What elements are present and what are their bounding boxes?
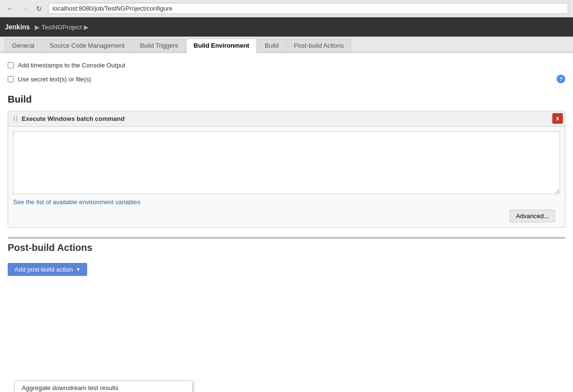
- jenkins-nav: Jenkins ▶ TestNGProject ▶: [0, 17, 573, 37]
- command-textarea[interactable]: [13, 131, 560, 194]
- build-section-title: Build: [8, 94, 565, 105]
- jenkins-logo: Jenkins: [5, 23, 30, 31]
- checkbox-timestamps[interactable]: [8, 62, 14, 68]
- checkbox-secret-label: Use secret text(s) or file(s): [18, 76, 91, 83]
- checkbox-row-secret: Use secret text(s) or file(s) ?: [8, 72, 565, 86]
- browser-chrome: ← → ↻ localhost:8080/job/TestNGProject/c…: [0, 0, 573, 17]
- advanced-button[interactable]: Advanced...: [509, 209, 555, 222]
- post-build-title: Post-build Actions: [8, 242, 565, 253]
- dropdown-menu: Aggregate downstream test results Archiv…: [14, 380, 193, 392]
- command-box-body: See the list of available environment va…: [8, 127, 565, 227]
- command-box: ⁞⁞ Execute Windows batch command x See t…: [8, 111, 565, 228]
- breadcrumb-arrow-1: ▶: [35, 24, 39, 31]
- help-icon-secret[interactable]: ?: [557, 75, 565, 83]
- breadcrumb-project[interactable]: TestNGProject: [41, 24, 82, 31]
- command-box-header: ⁞⁞ Execute Windows batch command: [8, 111, 565, 127]
- checkbox-secret[interactable]: [8, 76, 14, 82]
- breadcrumb-arrow-2: ▶: [84, 24, 89, 31]
- delete-command-button[interactable]: x: [552, 113, 563, 124]
- dropdown-arrow-icon: ▼: [76, 267, 80, 272]
- tabs-bar: General Source Code Management Build Tri…: [0, 37, 573, 53]
- back-button[interactable]: ←: [5, 3, 15, 14]
- main-content: Add timestamps to the Console Output Use…: [0, 53, 573, 392]
- forward-button[interactable]: →: [19, 3, 30, 14]
- tab-triggers[interactable]: Build Triggers: [133, 39, 185, 52]
- drag-handle-icon[interactable]: ⁞⁞: [13, 114, 18, 123]
- tab-post-build[interactable]: Post-build Actions: [287, 39, 351, 52]
- checkbox-row-timestamps: Add timestamps to the Console Output: [8, 59, 565, 72]
- tab-build-environment[interactable]: Build Environment: [186, 39, 257, 53]
- dropdown-item-aggregate[interactable]: Aggregate downstream test results: [15, 381, 192, 392]
- tab-general[interactable]: General: [5, 39, 41, 52]
- add-postbuild-button[interactable]: Add post-build action ▼: [8, 263, 87, 276]
- env-variables-link[interactable]: See the list of available environment va…: [13, 198, 140, 206]
- tab-scm[interactable]: Source Code Management: [42, 39, 131, 52]
- tab-build[interactable]: Build: [258, 39, 286, 52]
- address-bar[interactable]: localhost:8080/job/TestNGProject/configu…: [48, 3, 568, 14]
- command-box-title: Execute Windows batch command: [22, 115, 125, 122]
- checkbox-timestamps-label: Add timestamps to the Console Output: [18, 62, 125, 69]
- add-postbuild-label: Add post-build action: [14, 266, 73, 273]
- post-build-section: Post-build Actions Add post-build action…: [8, 237, 565, 276]
- reload-button[interactable]: ↻: [34, 3, 44, 14]
